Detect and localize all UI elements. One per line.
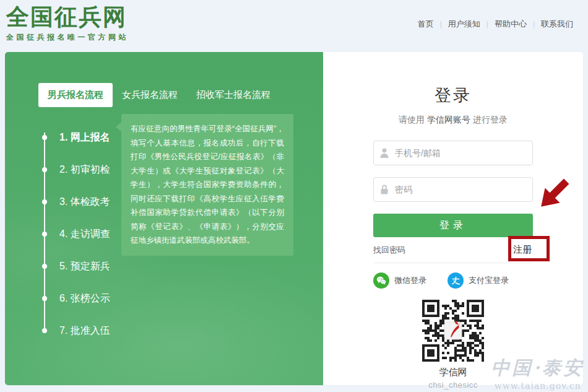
alipay-login-label[interactable]: 支付宝登录 (469, 275, 509, 286)
tab-male-process[interactable]: 男兵报名流程 (38, 83, 113, 107)
process-step-5: 5. 预定新兵 (42, 250, 110, 282)
timeline-dot (42, 232, 47, 237)
login-subtitle: 请使用 学信网账号 进行登录 (323, 115, 583, 126)
process-tabs: 男兵报名流程 女兵报名流程 招收军士报名流程 (38, 83, 280, 107)
timeline-dot (42, 328, 47, 333)
password-input[interactable] (373, 177, 533, 202)
process-step-3: 3. 体检政考 (42, 186, 110, 218)
qr-account: chsi_chesicc (323, 380, 583, 390)
site-logo[interactable]: 全国征兵网 全国征兵报名唯一官方网站 (6, 5, 129, 43)
page-header: 全国征兵网 全国征兵报名唯一官方网站 首页 | 用户须知 | 帮助中心 | 联系… (0, 0, 588, 52)
process-timeline: 1. 网上报名 2. 初审初检 3. 体检政考 4. 走访调查 5. 预定新兵 … (42, 121, 110, 347)
login-button[interactable]: 登录 (373, 214, 533, 237)
nav-help-center[interactable]: 帮助中心 (488, 19, 533, 30)
lock-icon (379, 184, 389, 195)
username-input[interactable] (373, 141, 533, 165)
login-form: 登录 找回密码 注册 (373, 141, 533, 263)
chsi-account-link[interactable]: 学信网账号 (427, 115, 470, 124)
process-step-1: 1. 网上报名 (42, 121, 110, 154)
user-icon (379, 147, 389, 159)
main-card: 男兵报名流程 女兵报名流程 招收军士报名流程 1. 网上报名 2. 初审初检 3… (5, 52, 583, 385)
timeline-dot (42, 135, 47, 140)
username-field-wrap (373, 141, 533, 165)
wechat-login-label[interactable]: 微信登录 (394, 275, 426, 286)
tab-female-process[interactable]: 女兵报名流程 (113, 83, 187, 107)
timeline-dot (42, 264, 47, 269)
login-links-row: 找回密码 注册 (373, 237, 533, 263)
qr-caption: 学信网 (323, 367, 583, 378)
process-step-2: 2. 初审初检 (42, 154, 110, 186)
password-field-wrap (373, 177, 533, 202)
nav-contact-us[interactable]: 联系我们 (535, 19, 579, 30)
timeline-dot (42, 167, 47, 172)
process-step-6: 6. 张榜公示 (42, 282, 110, 315)
social-login-row: 微信登录 支付宝登录 (373, 272, 533, 289)
forgot-password-link[interactable]: 找回密码 (373, 245, 405, 256)
timeline-dot (42, 199, 47, 204)
alipay-icon[interactable] (447, 272, 464, 289)
login-title: 登录 (323, 84, 583, 107)
top-nav: 首页 | 用户须知 | 帮助中心 | 联系我们 (412, 19, 579, 30)
logo-subtitle: 全国征兵报名唯一官方网站 (6, 32, 129, 43)
process-step-7: 7. 批准入伍 (42, 315, 110, 347)
login-panel: 登录 请使用 学信网账号 进行登录 登录 找回密码 注册 (323, 52, 583, 385)
step-description-tooltip: 有应征意向的男性青年可登录“全国征兵网”，填写个人基本信息，报名成功后，自行下载… (121, 114, 293, 256)
nav-home[interactable]: 首页 (412, 19, 440, 30)
qr-block: 学信网 chsi_chesicc (323, 300, 583, 390)
annotation-arrow (531, 173, 569, 222)
tab-nco-process[interactable]: 招收军士报名流程 (187, 83, 280, 107)
nav-user-notice[interactable]: 用户须知 (442, 19, 486, 30)
register-link[interactable]: 注册 (513, 244, 532, 256)
enlistment-process-panel: 男兵报名流程 女兵报名流程 招收军士报名流程 1. 网上报名 2. 初审初检 3… (5, 52, 323, 385)
qr-code (422, 300, 484, 362)
logo-title: 全国征兵网 (6, 5, 129, 30)
wechat-icon[interactable] (373, 272, 389, 289)
process-step-4: 4. 走访调查 (42, 218, 110, 250)
timeline-dot (42, 296, 47, 301)
